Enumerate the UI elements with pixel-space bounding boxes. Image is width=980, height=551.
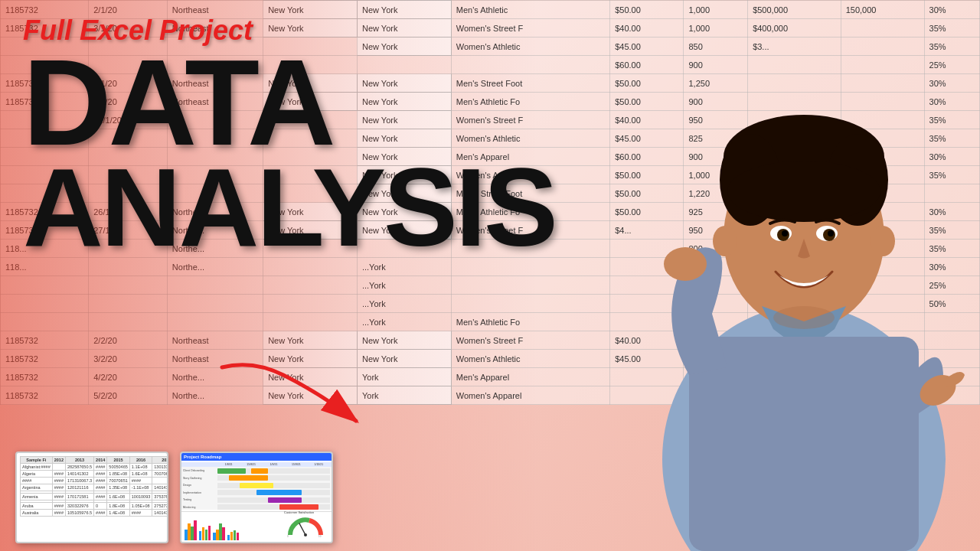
thumbnail1-content: Sample Fi2012201320142015201620172018###… <box>17 453 167 542</box>
thumb1-cell: 1.4E+08 <box>107 510 129 517</box>
thumb1-col-header: 2015 <box>107 457 129 464</box>
person-figure <box>643 31 965 551</box>
thumb1-cell: 50050465 <box>107 464 129 471</box>
svg-line-20 <box>299 523 305 535</box>
thumb1-cell: #### <box>94 494 107 500</box>
thumb1-cell: Armenia <box>21 494 53 500</box>
thumb1-cell: 10010093 <box>129 494 152 500</box>
svg-point-16 <box>713 226 737 256</box>
chart-bar <box>191 527 194 540</box>
chart-bar <box>185 530 188 540</box>
chart-bar <box>230 532 234 540</box>
gantt-row: Story Gathering <box>183 474 330 481</box>
thumb1-cell <box>52 464 65 471</box>
thumb1-cell: 320322976 <box>65 503 93 510</box>
thumb1-cell: 375378487.5 <box>152 494 167 500</box>
thumb1-cell: 1.6E+08 <box>129 471 152 478</box>
svg-text:0: 0 <box>287 535 289 538</box>
thumb1-col-header: 2017 <box>152 457 167 464</box>
chart-bar <box>188 523 191 540</box>
thumb1-col-header: Sample Fi <box>21 457 53 464</box>
thumb1-cell: 1.05E+08 <box>129 503 152 510</box>
thumb1-col-header: 2016 <box>129 457 152 464</box>
svg-point-15 <box>664 247 707 281</box>
thumb1-cell: #### <box>52 510 65 517</box>
chart-bar <box>205 530 208 540</box>
thumb1-cell: #### <box>52 503 65 510</box>
thumb1-cell: 282587650.5 <box>65 464 93 471</box>
thumb1-col-header: 2012 <box>52 457 65 464</box>
thumb1-cell: 1.35E+08 <box>107 484 129 491</box>
thumb1-cell: #### <box>52 471 65 478</box>
svg-point-17 <box>871 226 895 256</box>
chart-bar <box>237 533 240 540</box>
bottom-thumbnails: Sample Fi2012201320142015201620172018###… <box>15 452 333 543</box>
thumb1-cell: Aruba <box>21 503 53 510</box>
arrow-container <box>207 352 375 444</box>
thumb1-cell: 170171581 <box>65 494 93 500</box>
thumb1-cell: 1.6E+08 <box>107 494 129 500</box>
chart-bar <box>213 533 216 540</box>
thumb1-cell: #### <box>21 478 53 484</box>
svg-point-12 <box>828 230 834 236</box>
thumb1-cell: Argentina <box>21 484 53 491</box>
thumb1-cell: 140141302 <box>65 471 93 478</box>
chart-bar <box>219 523 222 540</box>
svg-point-6 <box>727 161 880 222</box>
thumb1-cell: 140141302 <box>152 484 167 491</box>
thumb1-cell: 1.1E+08 <box>129 464 152 471</box>
gantt-row: Testing <box>183 497 330 504</box>
thumb1-cell: #### <box>94 471 107 478</box>
gantt-row: Implementation <box>183 489 330 496</box>
thumb1-cell: -1.1E+08 <box>129 484 152 491</box>
thumb1-cell <box>152 478 167 484</box>
thumb1-cell: 140141302 <box>152 510 167 517</box>
thumb1-cell: #### <box>52 494 65 500</box>
chart-bar <box>234 530 237 540</box>
svg-point-11 <box>782 230 788 236</box>
svg-rect-13 <box>689 337 919 551</box>
thumb1-cell: 171310067.3 <box>65 478 93 484</box>
svg-point-21 <box>304 533 307 536</box>
thumbnail2-header: Project Roadmap <box>181 453 332 461</box>
thumb1-col-header: 2013 <box>65 457 93 464</box>
svg-text:Customer Satisfaction: Customer Satisfaction <box>284 510 314 514</box>
gantt-chart-area: 1/8/2115/8/211/9/2115/9/211/10/21Client … <box>181 462 332 510</box>
thumb1-cell: 0 <box>94 503 107 510</box>
chart-bar <box>216 530 219 540</box>
thumb1-cell: #### <box>129 478 152 484</box>
thumb1-cell: 130131209 <box>152 464 167 471</box>
thumb1-cell: #### <box>52 484 65 491</box>
thumb1-cell: #### <box>52 478 65 484</box>
svg-point-18 <box>773 306 835 329</box>
chart-bar <box>222 527 225 540</box>
thumb1-cell: 275277557.5 <box>152 503 167 510</box>
thumb1-cell: #### <box>94 478 107 484</box>
thumb1-cell: 1.85E+08 <box>107 471 129 478</box>
thumb1-cell: 105105976.5 <box>65 510 93 517</box>
thumb1-cell: Algeria <box>21 471 53 478</box>
chart-bar <box>202 527 205 540</box>
thumb1-cell: 1.8E+08 <box>107 503 129 510</box>
gantt-row: Design <box>183 482 330 489</box>
thumbnail-data-table: Sample Fi2012201320142015201620172018###… <box>15 452 168 543</box>
thumb1-cell: #### <box>129 510 152 517</box>
chart-bar <box>227 535 230 540</box>
thumb1-cell: #### <box>94 464 107 471</box>
main-title-line2: ANALYSIS <box>23 158 635 258</box>
chart-bar <box>199 531 202 540</box>
chart-bar <box>208 526 211 540</box>
main-title-line1: DATA <box>23 47 635 158</box>
thumb1-cell: Afghanist:#### <box>21 464 53 471</box>
svg-text:10: 10 <box>318 535 322 538</box>
thumb1-cell: 70070651 <box>152 471 167 478</box>
thumb1-col-header: 2014 <box>94 457 107 464</box>
thumb1-cell: Australia <box>21 510 53 517</box>
gantt-row: Client Onboarding <box>183 468 330 474</box>
thumb1-cell: 70070651 <box>107 478 129 484</box>
thumb1-cell: 120121116 <box>65 484 93 491</box>
thumb1-cell: #### <box>94 510 107 517</box>
curved-arrow <box>207 352 375 444</box>
thumb1-cell: #### <box>94 484 107 491</box>
person-photo <box>628 0 980 551</box>
